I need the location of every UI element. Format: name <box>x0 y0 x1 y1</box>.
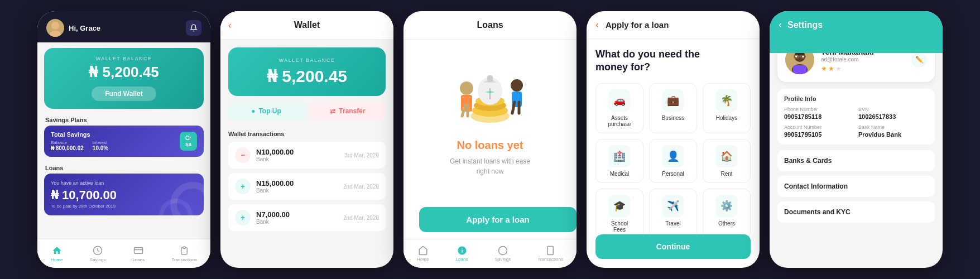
savings-card: Total Savings Balance ₦ 800,000.02 Inter… <box>44 126 204 157</box>
medical-icon: 🏥 <box>608 145 631 167</box>
back-button[interactable]: ‹ <box>228 20 232 31</box>
category-grid: 🚗 Assetspurchase 💼 Business 🌴 Holidays 🏥… <box>595 83 751 239</box>
banks-cards-title: Banks & Cards <box>784 157 928 165</box>
travel-label: Travel <box>665 220 680 227</box>
school-label: SchoolFees <box>611 220 628 233</box>
credit-icon-1: + <box>235 179 251 194</box>
kyc-row[interactable]: Documents and KYC <box>777 201 935 223</box>
rent-label: Rent <box>720 171 732 177</box>
banks-cards-row[interactable]: Banks & Cards <box>777 150 935 171</box>
bank-field: Bank Name Providus Bank <box>858 124 928 138</box>
others-icon: ⚙️ <box>715 195 738 217</box>
personal-icon: 👤 <box>662 145 684 167</box>
apply-loan-button[interactable]: Apply for a loan <box>419 207 577 232</box>
loan-question: What do you need themoney for? <box>595 48 751 74</box>
transaction-item-3: + N7,000.00 Bank 2nd Mar, 2020 <box>228 204 386 231</box>
apply-loan-content: What do you need themoney for? 🚗 Assetsp… <box>587 39 760 239</box>
nav-savings[interactable]: Savings <box>90 245 105 262</box>
category-personal[interactable]: 👤 Personal <box>649 139 697 183</box>
apply-loan-screen: ‹ Apply for a loan What do you need them… <box>587 11 760 268</box>
settings-screen: ‹ Settings Teni Makanaki ad@total <box>770 11 943 268</box>
medical-label: Medical <box>610 171 629 177</box>
category-others[interactable]: ⚙️ Others <box>703 189 751 239</box>
svg-point-1 <box>50 31 61 37</box>
business-label: Business <box>662 115 685 121</box>
loans-nav-home-label: Home <box>417 257 429 262</box>
holidays-label: Holidays <box>716 115 737 121</box>
profile-info-title: Profile Info <box>784 95 928 102</box>
apply-btn-container: Apply for a loan <box>403 207 577 232</box>
account-label: Account Number <box>784 124 854 130</box>
loans-content: No loans yet Get instant loans with ease… <box>403 40 577 207</box>
loans-nav-home[interactable]: Home <box>417 246 429 262</box>
category-medical[interactable]: 🏥 Medical <box>595 139 643 183</box>
phone-value: 09051785118 <box>784 113 854 120</box>
category-school[interactable]: 🎓 SchoolFees <box>595 189 643 239</box>
wallet-balance-label: WALLET BALANCE <box>53 56 195 61</box>
txn-bank-2: Bank <box>256 187 338 194</box>
notification-icon[interactable] <box>186 20 201 36</box>
greeting-text: Hi, Grace <box>69 24 100 32</box>
home-screen: Hi, Grace WALLET BALANCE ₦ 5,200.45 Fund… <box>37 11 210 268</box>
loans-nav-transactions[interactable]: Transactions <box>537 246 563 262</box>
bank-value: Providus Bank <box>858 131 928 138</box>
no-loans-title: No loans yet <box>457 139 523 152</box>
nav-loans[interactable]: Loans <box>132 245 145 262</box>
avatar <box>46 19 64 37</box>
txn-amount-3: N7,000.00 <box>256 210 338 219</box>
wallet-header: ‹ Wallet <box>220 11 393 40</box>
svg-point-13 <box>511 79 523 92</box>
star-1: ★ <box>821 65 827 73</box>
profile-info-section: Profile Info Phone Number 09051785118 BV… <box>777 89 935 145</box>
create-savings-button[interactable]: Crsa <box>180 132 197 151</box>
loans-title: Loans <box>477 20 503 30</box>
category-travel[interactable]: ✈️ Travel <box>649 189 697 239</box>
bvn-label: BVN <box>858 107 928 112</box>
wallet-amount: ₦ 5,200.45 <box>53 64 195 81</box>
loans-nav-txn-label: Transactions <box>537 257 563 262</box>
home-nav-icon <box>51 245 63 256</box>
category-business[interactable]: 💼 Business <box>649 83 697 133</box>
edit-profile-button[interactable]: ✏️ <box>911 52 927 68</box>
loans-nav-loans[interactable]: Loans <box>456 246 468 262</box>
apply-back-button[interactable]: ‹ <box>595 19 599 31</box>
account-field: Account Number 99051795105 <box>784 124 854 138</box>
credit-icon-2: + <box>235 210 251 225</box>
others-label: Others <box>718 220 735 227</box>
star-rating: ★ ★ ★ <box>821 65 905 73</box>
loans-nav-savings[interactable]: Savings <box>495 246 511 262</box>
loan-due: To be paid by 28th October 2019 <box>51 204 197 209</box>
loans-nav-savings-label: Savings <box>495 257 511 262</box>
nav-home-label: Home <box>51 257 63 262</box>
nav-home[interactable]: Home <box>51 245 63 262</box>
contact-info-row[interactable]: Contact Information <box>777 176 935 197</box>
bvn-value: 10026517833 <box>858 113 928 120</box>
savings-section-title: Savings Plans <box>37 113 210 126</box>
loans-screen: Loans <box>403 11 577 268</box>
top-bar: Hi, Grace <box>37 11 210 42</box>
transfer-icon: ⇄ <box>330 107 335 115</box>
topup-label: Top Up <box>258 107 281 115</box>
wallet-card: WALLET BALANCE ₦ 5,200.45 Fund Wallet <box>44 48 204 109</box>
bank-label: Bank Name <box>858 124 928 130</box>
transfer-button[interactable]: ⇄ Transfer <box>310 102 386 121</box>
topup-button[interactable]: ● Top Up <box>228 102 304 121</box>
fund-wallet-button[interactable]: Fund Wallet <box>92 86 156 101</box>
settings-header: ‹ Settings <box>770 11 943 53</box>
category-holidays[interactable]: 🌴 Holidays <box>703 83 751 133</box>
loans-nav-loans-label: Loans <box>456 257 468 262</box>
savings-title: Total Savings <box>51 131 175 138</box>
topup-icon: ● <box>251 107 255 115</box>
txn-date-2: 2nd Mar, 2020 <box>343 184 379 190</box>
assets-label: Assetspurchase <box>608 115 631 127</box>
settings-back-button[interactable]: ‹ <box>779 19 782 31</box>
wallet-balance-card: WALLET BALANCE ₦ 5,200.45 <box>228 47 386 96</box>
continue-button[interactable]: Continue <box>595 234 751 259</box>
category-assets[interactable]: 🚗 Assetspurchase <box>595 83 643 133</box>
nav-transactions[interactable]: Transactions <box>171 245 197 262</box>
txn-bank-1: Bank <box>256 156 339 162</box>
svg-point-15 <box>498 247 507 255</box>
school-icon: 🎓 <box>608 195 631 217</box>
category-rent[interactable]: 🏠 Rent <box>703 139 751 183</box>
rent-icon: 🏠 <box>715 145 738 167</box>
